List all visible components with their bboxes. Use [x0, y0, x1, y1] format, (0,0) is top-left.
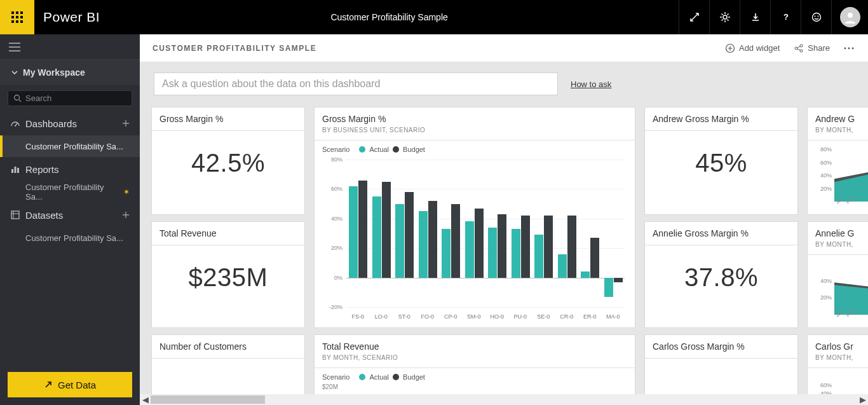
settings-button[interactable]: [709, 0, 740, 34]
legend-swatch-budget: [393, 374, 399, 380]
sidebar-item-dashboard[interactable]: Customer Profitability Sa...: [0, 135, 140, 157]
bar-chart-icon: [10, 164, 20, 174]
avatar-icon: [840, 7, 860, 27]
nav-section-label: Reports: [25, 164, 59, 175]
feedback-button[interactable]: [801, 0, 831, 34]
chart-legend: Scenario Actual Budget: [322, 146, 627, 153]
tile-total-revenue[interactable]: Total Revenue $235M: [151, 221, 305, 328]
fullscreen-icon: [689, 12, 700, 22]
divider: [645, 130, 797, 131]
account-button[interactable]: [831, 0, 868, 34]
arrow-out-icon: [44, 380, 53, 389]
search-input[interactable]: Search: [8, 90, 132, 106]
svg-rect-19: [17, 168, 19, 173]
tile-gross-margin[interactable]: Gross Margin % 42.5%: [151, 107, 305, 215]
fullscreen-button[interactable]: [679, 0, 709, 34]
divider: [645, 358, 797, 359]
tile-title: Carlos Gr: [815, 341, 862, 352]
legend-label: Scenario: [322, 373, 349, 381]
legend-swatch-actual: [359, 374, 365, 380]
add-widget-label: Add widget: [739, 43, 780, 53]
svg-point-14: [848, 13, 853, 18]
main-content: CUSTOMER PROFITABILITY SAMPLE Add widget…: [140, 34, 868, 405]
svg-point-26: [848, 47, 850, 49]
svg-point-13: [817, 16, 818, 17]
svg-rect-4: [16, 16, 18, 18]
tile-andrew-gm[interactable]: Andrew Gross Margin % 45%: [644, 107, 798, 215]
svg-rect-8: [20, 20, 23, 23]
share-button[interactable]: Share: [794, 43, 830, 53]
add-widget-button[interactable]: Add widget: [725, 43, 780, 53]
workspace-selector[interactable]: My Workspace: [0, 60, 140, 85]
divider: [315, 367, 635, 368]
legend-swatch-budget: [393, 146, 399, 153]
tile-title: Annelie Gross Margin %: [653, 228, 790, 238]
brand-label: Power BI: [43, 10, 100, 25]
app-launcher-button[interactable]: [0, 0, 34, 34]
legend-swatch-actual: [359, 146, 365, 153]
tile-title: Andrew Gross Margin %: [653, 114, 790, 124]
svg-point-23: [800, 45, 803, 47]
tile-title: Andrew G: [815, 114, 862, 124]
svg-rect-2: [20, 11, 23, 14]
sidebar-item-report[interactable]: Customer Profitability Sa... ✶: [0, 181, 140, 203]
mini-area-chart: 80%60%40%20%JanFeb: [815, 141, 862, 210]
chart-legend: Scenario Actual Budget: [322, 373, 627, 381]
how-to-ask-link[interactable]: How to ask: [571, 79, 611, 89]
scroll-left-button[interactable]: ◀: [140, 394, 151, 405]
scroll-track[interactable]: [151, 394, 857, 405]
workspace-label: My Workspace: [23, 67, 85, 78]
hamburger-icon: [9, 43, 20, 51]
gear-icon: [719, 11, 731, 23]
action-bar: CUSTOMER PROFITABILITY SAMPLE Add widget…: [140, 34, 868, 62]
kpi-value: 42.5%: [159, 149, 297, 177]
more-icon: [844, 47, 854, 50]
sidebar-item-dataset[interactable]: Customer Profitability Sa...: [0, 227, 140, 249]
mini-area-chart: 40%20%JanFeb: [815, 255, 862, 324]
tile-andrew-mini[interactable]: Andrew G BY MONTH, 80%60%40%20%JanFeb: [807, 107, 868, 215]
kpi-value: 37.8%: [653, 263, 790, 292]
collapse-sidebar-button[interactable]: [0, 34, 140, 60]
horizontal-scrollbar[interactable]: ◀ ▶: [140, 394, 868, 405]
tile-subtitle: BY BUSINESS UNIT, SCENARIO: [322, 127, 627, 134]
tile-annelie-mini[interactable]: Annelie G BY MONTH, 40%20%JanFeb: [807, 221, 868, 328]
svg-point-24: [800, 50, 803, 52]
tile-annelie-gm[interactable]: Annelie Gross Margin % 37.8%: [644, 221, 798, 328]
tile-title: Gross Margin %: [322, 114, 627, 124]
nav-section-reports[interactable]: Reports: [0, 157, 140, 181]
divider: [315, 140, 635, 141]
bar-chart: -20%0%20%40%60%80%FS-0LO-0ST-0FO-0CP-0SM…: [322, 156, 627, 321]
legend-label: Scenario: [322, 146, 349, 153]
get-data-button[interactable]: Get Data: [8, 372, 132, 397]
svg-rect-6: [11, 20, 14, 23]
dashboard-canvas: Ask a question about the data on this da…: [140, 62, 868, 405]
divider: [645, 245, 797, 245]
plus-circle-icon: [725, 43, 735, 53]
qna-input[interactable]: Ask a question about the data on this da…: [154, 72, 558, 95]
help-button[interactable]: ?: [770, 0, 801, 34]
svg-point-22: [795, 47, 797, 50]
nav-section-dashboards[interactable]: Dashboards: [0, 111, 140, 135]
plus-icon[interactable]: [122, 211, 130, 219]
svg-point-15: [15, 95, 20, 100]
legend-series-a: Actual: [369, 146, 389, 153]
svg-rect-5: [20, 16, 23, 18]
divider: [152, 358, 304, 359]
dashboard-title[interactable]: Customer Profitability Sample: [100, 12, 679, 22]
tile-subtitle: BY MONTH,: [815, 241, 862, 248]
scroll-thumb[interactable]: [151, 395, 265, 404]
nav-section-datasets[interactable]: Datasets: [0, 203, 140, 227]
top-toolbar: ?: [679, 0, 868, 34]
scroll-right-button[interactable]: ▶: [857, 394, 868, 405]
sidebar-item-label: Customer Profitability Sa...: [25, 182, 119, 202]
legend-series-b: Budget: [403, 373, 425, 381]
tile-title: Annelie G: [815, 228, 862, 238]
share-icon: [794, 43, 804, 53]
kpi-value: $235M: [159, 263, 297, 292]
divider: [152, 130, 304, 131]
plus-icon[interactable]: [122, 120, 130, 127]
more-actions-button[interactable]: [844, 47, 854, 50]
svg-point-11: [812, 13, 820, 22]
download-button[interactable]: [740, 0, 770, 34]
tile-gm-chart[interactable]: Gross Margin % BY BUSINESS UNIT, SCENARI…: [314, 107, 635, 328]
